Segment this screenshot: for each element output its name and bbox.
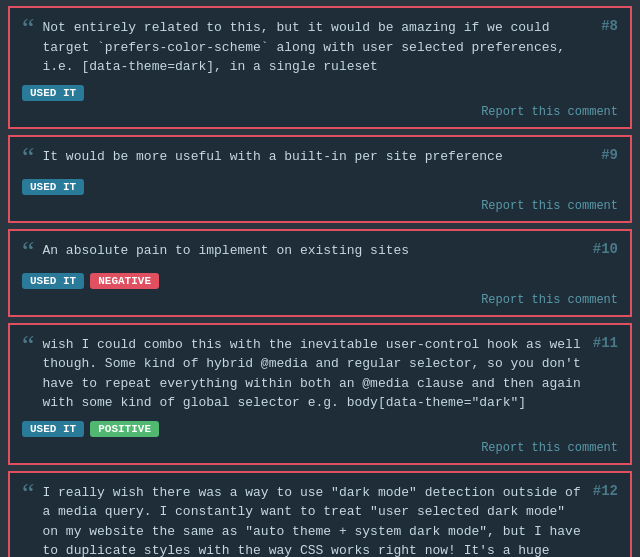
report-link[interactable]: Report this comment [481,199,618,213]
comment-header: “An absolute pain to implement on existi… [22,241,618,265]
comment-header: “It would be more useful with a built-in… [22,147,618,171]
used-it-tag[interactable]: USED IT [22,179,84,195]
negative-tag[interactable]: NEGATIVE [90,273,159,289]
quote-mark-icon: “ [22,479,34,507]
comment-number: #11 [593,335,618,351]
used-it-tag[interactable]: USED IT [22,273,84,289]
comment-footer: USED ITPOSITIVE [22,421,618,437]
comments-list: “Not entirely related to this, but it wo… [0,6,640,557]
comment-tags: USED ITNEGATIVE [22,273,159,289]
comment-tags: USED IT [22,179,84,195]
comment-header: “I really wish there was a way to use "d… [22,483,618,558]
report-link[interactable]: Report this comment [481,293,618,307]
report-link[interactable]: Report this comment [481,105,618,119]
used-it-tag[interactable]: USED IT [22,85,84,101]
comment-text: wish I could combo this with the inevita… [42,335,584,413]
comment-header: “wish I could combo this with the inevit… [22,335,618,413]
comment-footer: USED ITNEGATIVE [22,273,618,289]
used-it-tag[interactable]: USED IT [22,421,84,437]
comment-footer: USED IT [22,85,618,101]
comment-footer: USED IT [22,179,618,195]
comment-text: It would be more useful with a built-in … [42,147,593,167]
comment-card-2: “An absolute pain to implement on existi… [8,229,632,317]
comment-text: Not entirely related to this, but it wou… [42,18,593,77]
comment-number: #12 [593,483,618,499]
comment-card-0: “Not entirely related to this, but it wo… [8,6,632,129]
quote-mark-icon: “ [22,331,34,359]
report-row: Report this comment [22,199,618,213]
comment-number: #9 [601,147,618,163]
comment-card-1: “It would be more useful with a built-in… [8,135,632,223]
comment-card-4: “I really wish there was a way to use "d… [8,471,632,558]
comment-text: I really wish there was a way to use "da… [42,483,584,558]
comment-number: #10 [593,241,618,257]
report-row: Report this comment [22,441,618,455]
comment-tags: USED ITPOSITIVE [22,421,159,437]
comment-tags: USED IT [22,85,84,101]
report-link[interactable]: Report this comment [481,441,618,455]
comment-card-3: “wish I could combo this with the inevit… [8,323,632,465]
comment-header: “Not entirely related to this, but it wo… [22,18,618,77]
quote-mark-icon: “ [22,14,34,42]
comment-number: #8 [601,18,618,34]
quote-mark-icon: “ [22,143,34,171]
positive-tag[interactable]: POSITIVE [90,421,159,437]
quote-mark-icon: “ [22,237,34,265]
report-row: Report this comment [22,105,618,119]
comment-text: An absolute pain to implement on existin… [42,241,584,261]
report-row: Report this comment [22,293,618,307]
